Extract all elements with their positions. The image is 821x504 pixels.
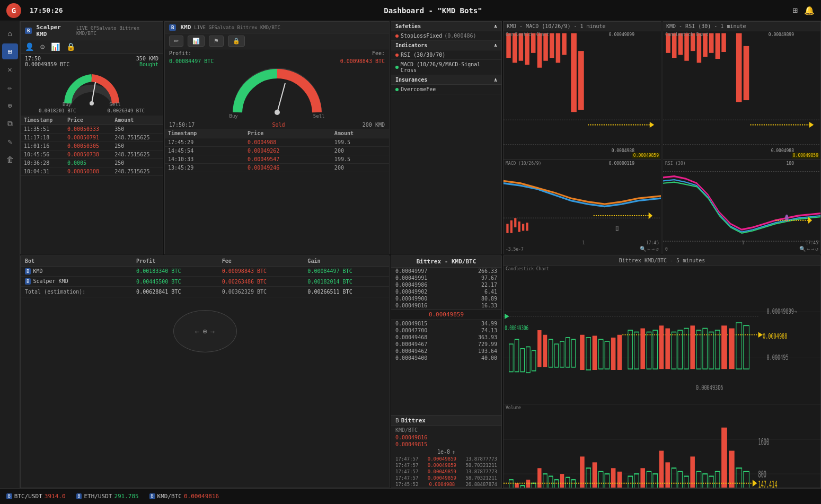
kmd-col-timestamp: Timestamp [165, 129, 244, 138]
ticker-price: 291.785 [114, 493, 138, 500]
scalper-amount: 350 KMD [136, 56, 158, 61]
kmd-title: KMD [180, 24, 191, 31]
safeties-collapse[interactable]: ∧ [494, 23, 497, 29]
insurances-collapse[interactable]: ∧ [494, 77, 497, 83]
macd-candlestick-area: Candlestick Chart 0.00049899 [504, 31, 661, 160]
svg-rect-142 [721, 428, 727, 488]
minimap-nav: ← ⊕ → [173, 310, 237, 352]
scalper-info: 17:50 0.00049859 BTC 350 KMD Bought [21, 54, 163, 69]
table-row: 11:17:18 0.00050791 248.7515625 [21, 134, 163, 142]
macd-prev[interactable]: ← [647, 246, 650, 252]
macd-refresh[interactable]: ↺ [656, 246, 659, 252]
rsi-chart-nav: 🔍 ← → ↺ [799, 246, 818, 252]
scalper-price: 0.00049859 BTC [25, 61, 69, 67]
ticker-item[interactable]: B ETH/USDT 291.785 [76, 493, 139, 500]
kmd-flag-btn[interactable]: ⚑ [209, 36, 224, 47]
col-timestamp: Timestamp [21, 116, 64, 125]
rsi-high: 100 [787, 161, 794, 166]
svg-rect-100 [729, 328, 735, 369]
macd-next[interactable]: → [651, 246, 655, 252]
svg-rect-86 [640, 328, 645, 369]
kmd-gauge-container: Buy Sell [165, 65, 389, 121]
kmd-subtitle: LIVE GFSalvato Bittrex KMD/BTC [194, 25, 280, 30]
exchange-trades: 17:47:57 0.00049859 13.8787777317:47:57 … [391, 456, 501, 488]
rsi-prev[interactable]: ← [807, 246, 810, 252]
nav-left[interactable]: ← [195, 327, 199, 335]
exchange-price2: 0.00049815 [391, 441, 501, 448]
kmd-sold-status: Sold [272, 122, 285, 128]
svg-rect-109 [515, 483, 518, 488]
kmd-gauge-sell: Sell [313, 113, 325, 119]
rsi-next[interactable]: → [811, 246, 814, 252]
chart-icon[interactable]: 📊 [51, 42, 60, 51]
rsi-zoom-out[interactable]: 🔍 [799, 246, 806, 252]
scalper-status: Bought [136, 61, 158, 67]
svg-rect-99 [721, 325, 727, 369]
svg-rect-49 [663, 160, 820, 253]
svg-rect-11 [543, 33, 548, 61]
scalper-gauge-val1: 0.0018201 BTC [39, 108, 76, 113]
stoploss-val: (0.000486) [444, 33, 476, 39]
ticker-item[interactable]: B KMD/BTC 0.00049816 [149, 493, 219, 500]
ticker-item[interactable]: B BTC/USDT 3914.0 [6, 493, 66, 500]
rsi-refresh[interactable]: ↺ [815, 246, 818, 252]
svg-rect-129 [640, 468, 645, 488]
kmd-profit-label: Profit: [169, 50, 191, 56]
svg-rect-94 [690, 325, 695, 369]
sidebar-item-edit[interactable]: ✏ [2, 79, 18, 95]
sidebar-item-pencil[interactable]: ✎ [2, 134, 18, 149]
layout-icon[interactable]: ⊞ [792, 5, 798, 15]
insurances-title: Insurances [395, 77, 427, 83]
rsi-candle-label: Candlestick Chart [665, 32, 709, 37]
rsi-candle-svg [663, 31, 820, 160]
indicators-collapse[interactable]: ∧ [494, 42, 497, 48]
macd-zoom-out[interactable]: 🔍 [640, 246, 646, 252]
ticker-price: 3914.0 [45, 493, 66, 500]
sum-col-fee: Fee [218, 256, 304, 267]
svg-rect-63 [537, 330, 541, 367]
svg-text:0.000495: 0.000495 [767, 352, 789, 361]
sidebar-item-close[interactable]: ✕ [2, 61, 18, 77]
macd-low: -3.5e-7 [506, 247, 524, 252]
svg-text:0.00049306: 0.00049306 [505, 324, 528, 331]
svg-rect-90 [665, 328, 670, 369]
exchange-trade-item: 17:47:57 0.00049859 58.70321211 [391, 475, 501, 481]
gauge-buy-label: Buy [63, 102, 71, 107]
exchange-header: B Bittrex [391, 415, 501, 426]
user-icon[interactable]: 👤 [25, 42, 34, 51]
col-price: Price [64, 116, 111, 125]
orderbook-ask-item: 0.00049997266.33 [391, 268, 501, 275]
nav-center[interactable]: ⊕ [202, 327, 207, 335]
kmd-bot-icon: B [169, 24, 176, 31]
kmd-chart-btn[interactable]: 📊 [188, 36, 205, 47]
svg-rect-125 [611, 468, 616, 488]
sidebar-item-grid[interactable]: ⊞ [2, 43, 18, 59]
ticker-icon: B [149, 493, 155, 499]
notification-icon[interactable]: 🔔 [804, 5, 815, 15]
table-row: BScalper KMD 0.00445500 BTC 0.00263486 B… [21, 277, 389, 287]
sum-col-bot: Bot [21, 256, 132, 267]
nav-right[interactable]: → [210, 327, 215, 335]
svg-rect-41 [716, 33, 720, 59]
table-row: 10:45:56 0.00050738 248.7515625 [21, 151, 163, 159]
svg-rect-25 [518, 221, 520, 232]
svg-rect-132 [659, 451, 664, 489]
lock-icon[interactable]: 🔒 [66, 42, 75, 51]
exchange-price1: 0.00049816 [391, 434, 501, 441]
topbar-icons: ⊞ 🔔 [792, 5, 815, 15]
scalper-trade-table: Timestamp Price Amount 11:35:51 0.000503… [21, 116, 163, 176]
sidebar-item-add[interactable]: ⊕ [2, 98, 18, 113]
svg-text:1600: 1600 [758, 436, 770, 447]
orderbook-header: Bittrex - KMD/BTC [391, 256, 501, 268]
settings-icon[interactable]: ⚙ [40, 42, 45, 51]
sidebar-item-layers[interactable]: ⧉ [2, 116, 18, 131]
ticker-name: KMD/BTC [157, 493, 182, 500]
kmd-lock-btn[interactable]: 🔒 [228, 36, 245, 47]
sidebar-item-home[interactable]: ⌂ [2, 25, 18, 41]
sum-col-gain: Gain [303, 256, 389, 267]
kmd-edit-btn[interactable]: ✏ [169, 36, 183, 47]
sidebar-item-trash[interactable]: 🗑 [2, 152, 18, 167]
table-row: 14:10:33 0.00049547 199.5 [165, 155, 389, 164]
kmd-col-price: Price [244, 129, 331, 138]
ticker-price: 0.00049816 [184, 493, 219, 500]
